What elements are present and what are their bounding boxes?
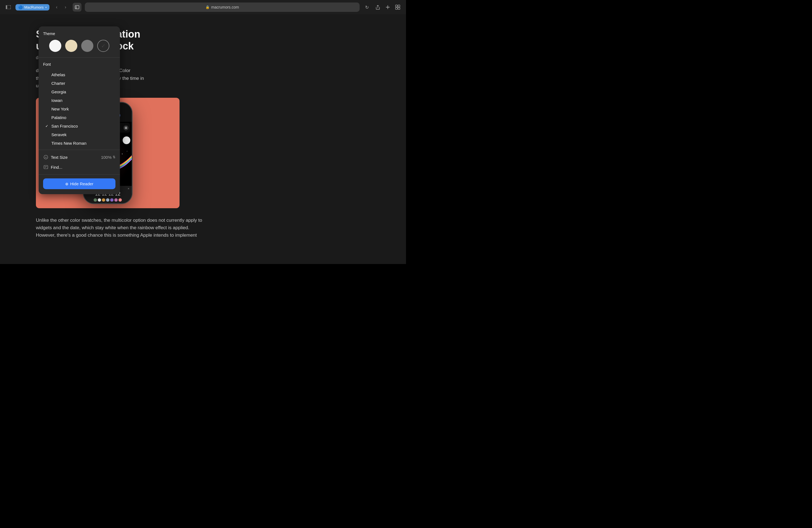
find-icon xyxy=(43,164,48,170)
sidebar-button[interactable] xyxy=(4,3,12,11)
find-label: Find... xyxy=(51,165,62,170)
font-item-palatino[interactable]: Palatino xyxy=(43,113,115,122)
divider-1 xyxy=(39,57,120,58)
svg-rect-8 xyxy=(395,8,397,10)
svg-rect-19 xyxy=(44,165,48,169)
theme-sepia[interactable] xyxy=(65,40,77,52)
svg-rect-5 xyxy=(76,8,77,9)
font-item-newyork[interactable]: New York xyxy=(43,105,115,113)
tab-group-label: MacRumors xyxy=(24,5,44,10)
hide-reader-button[interactable]: ⊕ Hide Reader xyxy=(43,178,115,189)
hide-reader-label: Hide Reader xyxy=(70,181,93,186)
nav-buttons: ‹ › xyxy=(53,3,69,11)
color-swatches xyxy=(86,198,130,202)
font-item-timesnewroman[interactable]: Times New Roman xyxy=(43,139,115,147)
address-text: macrumors.com xyxy=(211,5,239,10)
reader-mode-button[interactable] xyxy=(73,3,82,12)
back-button[interactable]: ‹ xyxy=(53,3,60,11)
font-list: Athelas Charter Georgia Iowan New York xyxy=(43,70,115,147)
reader-panel: Theme ✓ Font Athelas Charter xyxy=(39,27,120,194)
theme-options: ✓ xyxy=(43,40,115,52)
chevron-down-icon: ▾ xyxy=(45,6,47,9)
text-size-label: Text Size xyxy=(51,155,68,160)
reload-button[interactable]: ↻ xyxy=(363,3,371,11)
share-button[interactable] xyxy=(374,3,382,11)
browser-chrome: 🔵 MacRumors ▾ ‹ › 🔒 macrumors.com ↻ xyxy=(0,0,406,14)
theme-white[interactable] xyxy=(49,40,61,52)
divider-2 xyxy=(39,150,120,150)
stepper-icon: ⇅ xyxy=(113,155,115,159)
add-tab-button[interactable] xyxy=(384,3,392,11)
font-item-georgia[interactable]: Georgia xyxy=(43,88,115,96)
theme-section-label: Theme xyxy=(43,31,115,36)
lock-icon: 🔒 xyxy=(205,5,209,9)
text-size-icon: A xyxy=(43,155,48,160)
svg-point-15 xyxy=(127,151,127,151)
toolbar-right xyxy=(374,3,402,11)
tab-group[interactable]: 🔵 MacRumors ▾ xyxy=(15,4,49,11)
font-item-athelas[interactable]: Athelas xyxy=(43,70,115,79)
macrumors-icon: 🔵 xyxy=(18,5,23,10)
address-bar[interactable]: 🔒 macrumors.com xyxy=(85,2,360,12)
svg-rect-7 xyxy=(398,5,400,7)
text-size-value: 100% xyxy=(101,155,112,160)
svg-rect-1 xyxy=(6,5,7,9)
find-row[interactable]: Find... xyxy=(43,162,115,172)
font-section-label: Font xyxy=(43,62,115,67)
svg-rect-3 xyxy=(76,6,77,7)
svg-point-12 xyxy=(122,153,122,154)
svg-rect-6 xyxy=(395,5,397,7)
theme-gray[interactable] xyxy=(81,40,93,52)
divider-3 xyxy=(39,174,120,175)
article-bottom-text: Unlike the other color swatches, the mul… xyxy=(36,217,370,239)
svg-text:A: A xyxy=(45,156,47,159)
font-item-charter[interactable]: Charter xyxy=(43,79,115,88)
forward-button[interactable]: › xyxy=(62,3,69,11)
text-size-row[interactable]: A Text Size 100% ⇅ xyxy=(43,152,115,162)
svg-rect-9 xyxy=(398,8,400,10)
font-item-sanfrancisco[interactable]: ✓ San Francisco xyxy=(43,122,115,130)
theme-dark[interactable]: ✓ xyxy=(97,40,110,52)
svg-rect-4 xyxy=(76,7,77,8)
tab-overview-button[interactable] xyxy=(394,3,402,11)
font-item-iowan[interactable]: Iowan xyxy=(43,96,115,105)
font-item-seravek[interactable]: Seravek xyxy=(43,130,115,139)
hide-reader-icon: ⊕ xyxy=(65,182,69,186)
page-content: Screen Customization ude Multicolor Cloc… xyxy=(0,14,406,264)
